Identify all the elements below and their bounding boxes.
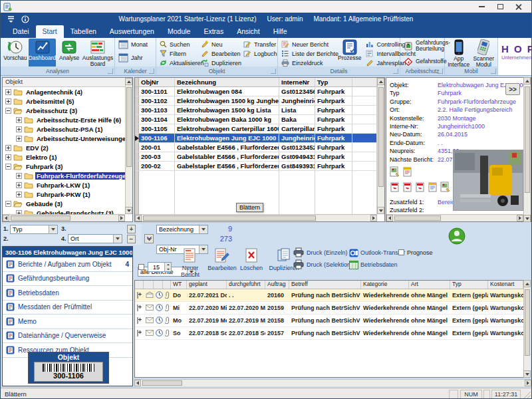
pdf-attachment-icon[interactable] xyxy=(390,182,400,195)
tree-item[interactable]: EDV (2) xyxy=(3,143,125,152)
objects-table-vertical-scrollbar[interactable] xyxy=(377,78,384,214)
expand-icon[interactable] xyxy=(5,98,11,104)
object-row[interactable]: 200-01Gabelstabler E4566 , Flurförderzeu… xyxy=(135,143,377,152)
document-attachment-icon[interactable] xyxy=(402,166,413,180)
expand-icon[interactable] xyxy=(16,117,22,123)
menu-tab-start[interactable]: Start xyxy=(36,25,64,38)
druck-selektion-label[interactable]: Druck (Selektion) xyxy=(307,261,352,268)
analyse-button[interactable]: Analyse xyxy=(56,39,82,68)
tree-item-selected[interactable]: Fuhrpark-Flurförderfahrzeuge xyxy=(3,171,125,180)
menu-tab-tabellen[interactable]: Tabellen xyxy=(64,25,103,38)
monat-button[interactable]: Monat xyxy=(116,40,150,49)
dialog-launcher-icon[interactable] xyxy=(393,68,398,74)
column-header-bezeichnung[interactable]: Bezeichnung xyxy=(175,78,279,86)
print-single-icon[interactable] xyxy=(293,247,304,260)
image-attachment-icon[interactable] xyxy=(390,166,400,180)
minimize-button[interactable] xyxy=(477,3,486,11)
reports-vertical-scrollbar[interactable] xyxy=(523,280,531,378)
expand-icon[interactable] xyxy=(16,192,22,198)
collapse-icon[interactable] xyxy=(5,201,11,207)
liste-der-berichte-button[interactable]: Liste der Berichte xyxy=(279,49,338,58)
object-row[interactable]: 200-02Gabelstapler E4566 , Flurförderzeu… xyxy=(135,162,377,171)
vorschau-button[interactable]: Vorschau xyxy=(2,39,29,68)
print-selection-icon[interactable] xyxy=(293,259,304,272)
pdf-attachment-icon[interactable] xyxy=(402,182,413,195)
outlook-icon[interactable] xyxy=(349,248,358,260)
tree-item[interactable]: Fuhrpark (3) xyxy=(3,162,125,171)
user-status-icon[interactable] xyxy=(448,227,466,248)
transfer-button[interactable]: Transfer xyxy=(241,40,276,49)
image-attachment-icon[interactable] xyxy=(440,182,451,195)
object-row[interactable]: 300-1104Elektrohubwagen Baka 1000 kgBaka… xyxy=(135,115,377,124)
betriebsdaten-icon[interactable] xyxy=(349,260,358,272)
nav-item-gefaehrdungsbeurteilung[interactable]: Gefährdungsbeurteilung xyxy=(3,272,132,287)
menu-tab-auswertungen[interactable]: Auswertungen xyxy=(103,25,161,38)
details-outer-scrollbar[interactable] xyxy=(523,77,531,222)
tree-horizontal-scrollbar[interactable] xyxy=(3,214,125,221)
report-row[interactable]: So 22.07.2018 So 22.07.2018 So 20157 Prü… xyxy=(135,327,523,340)
auslastungsboard-button[interactable]: Auslastungs Board xyxy=(82,39,113,68)
object-row[interactable]: 300-1105Elektrohubwagen Carterpillar 160… xyxy=(135,124,377,134)
prognose-label[interactable]: Prognose xyxy=(407,249,433,256)
filtern-button[interactable]: Filtern xyxy=(158,49,199,58)
tree-item[interactable]: Fuhrpark-LKW (1) xyxy=(3,180,125,190)
column-header-kategorie[interactable]: Kategorie xyxy=(361,281,409,289)
column-header-internenr[interactable]: InterneNr xyxy=(279,78,315,86)
prozesse-button[interactable]: Prozesse xyxy=(338,39,361,68)
neuer-bericht-toolbar-button[interactable]: Neuer Bericht xyxy=(175,247,205,279)
menu-tab-ansicht[interactable]: Ansicht xyxy=(230,25,266,38)
expand-details-button[interactable]: >> xyxy=(505,83,520,95)
details-horizontal-scrollbar[interactable] xyxy=(386,214,523,221)
app-interface-button[interactable]: App Interface xyxy=(446,39,471,68)
suchen-button[interactable]: Suchen xyxy=(158,40,199,49)
object-row[interactable]: 300-1102Elektrohubwagen 1500 kg Junghein… xyxy=(135,96,377,106)
remove-filter-button[interactable]: − xyxy=(127,235,136,243)
neuer-bericht-button[interactable]: Neuer Bericht xyxy=(279,40,338,49)
dialog-launcher-icon[interactable] xyxy=(271,68,276,74)
collapse-icon[interactable] xyxy=(5,108,11,114)
sort-field1-select[interactable]: Bezeichnung xyxy=(156,225,208,234)
page-size-spinner[interactable]: 15 xyxy=(148,262,172,272)
column-header-art[interactable]: Art xyxy=(409,281,450,289)
filter1-select[interactable]: Typ xyxy=(10,225,58,234)
object-row[interactable]: 200-03Gabelstabler E4566 , Flurförderzeu… xyxy=(135,152,377,162)
tree-item[interactable]: Gebäude (3) xyxy=(3,199,125,208)
expand-icon[interactable] xyxy=(16,173,22,179)
pdf-attachment-icon[interactable] xyxy=(415,182,426,195)
druck-einzeln-label[interactable]: Druck (Einzeln) xyxy=(307,249,348,256)
tree-vertical-scrollbar[interactable] xyxy=(125,78,132,214)
expand-row-icon[interactable] xyxy=(137,292,138,299)
document-attachment-icon[interactable] xyxy=(428,182,438,195)
column-header-betreff[interactable]: Betreff xyxy=(289,281,361,289)
expand-row-icon[interactable] xyxy=(137,305,138,311)
tree-item[interactable]: Arbeitsschutz (3) xyxy=(3,106,125,115)
resize-grip[interactable] xyxy=(523,391,531,399)
neu-button[interactable]: Neu xyxy=(199,40,241,49)
dialog-launcher-icon[interactable] xyxy=(438,68,443,74)
column-header-typ[interactable]: Typ xyxy=(315,78,352,86)
expand-icon[interactable] xyxy=(5,154,11,160)
gefaehrdungsbeurteilung-button[interactable]: Gefährdungs- Beurteilung xyxy=(402,39,447,53)
page-size-checkbox[interactable] xyxy=(138,264,144,270)
report-row[interactable]: Mo 22.07.2019 Mo 22.07.2019 Mo 20158 Prü… xyxy=(135,315,523,327)
logbuch-button[interactable]: Logbuch xyxy=(241,49,276,58)
dialog-launcher-icon[interactable] xyxy=(108,68,113,74)
tree-item[interactable]: Arbeitsmittel (5) xyxy=(3,96,125,106)
expand-sort-button[interactable] xyxy=(144,234,154,243)
expand-icon[interactable] xyxy=(5,145,11,151)
nav-item-memo[interactable]: Memo xyxy=(3,315,132,329)
nav-item-betriebsdaten[interactable]: Betriebsdaten xyxy=(3,286,132,301)
maximize-button[interactable] xyxy=(495,3,505,11)
objects-table-horizontal-scrollbar[interactable] xyxy=(135,214,377,221)
collapse-icon[interactable] xyxy=(5,164,11,170)
object-row[interactable]: 300-1101Elektrohubwagen 084Gst0123456Fuh… xyxy=(135,87,377,96)
bearbeiten-toolbar-button[interactable]: Bearbeiten xyxy=(205,247,239,272)
expand-row-icon[interactable] xyxy=(137,317,138,324)
column-header-auftrag[interactable]: Auftrag xyxy=(265,281,289,289)
tree-item[interactable]: Anlagentechnik (4) xyxy=(3,87,125,96)
menu-tab-extras[interactable]: Extras xyxy=(197,25,230,38)
dashboard-button[interactable]: Dashboard xyxy=(29,39,57,68)
tree-item[interactable]: Gebäude-Brandschutz (3) xyxy=(3,208,125,214)
tree-item[interactable]: Arbeitsschutz-Unterweisungen xyxy=(3,134,125,143)
betriebsdaten-label[interactable]: Betriebsdaten xyxy=(360,261,398,268)
